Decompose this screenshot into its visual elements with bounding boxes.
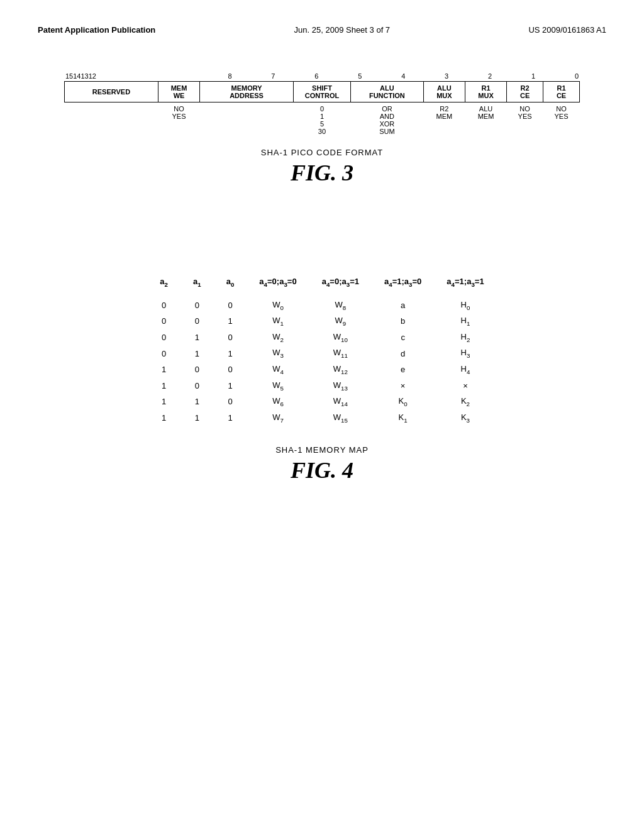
fig4-section: a2 a1 a0 a4=0;a3=0 a4=0;a3=1 a4=1;a3=0 a… <box>38 274 606 484</box>
table-cell: 1 <box>180 346 214 361</box>
cell-reserved-empty <box>65 102 158 138</box>
table-cell: W10 <box>309 330 372 345</box>
table-cell: W3 <box>247 346 309 361</box>
bit-space <box>96 72 228 80</box>
table-cell: 0 <box>214 298 247 313</box>
cell-reserved: RESERVED <box>65 82 158 102</box>
cell-r2-ce-vals: NOYES <box>507 102 543 138</box>
table-cell: 0 <box>180 298 214 313</box>
table-cell: W4 <box>247 362 309 377</box>
bit-space3 <box>275 72 314 80</box>
table-cell: H4 <box>434 362 496 377</box>
table-cell: 0 <box>180 379 214 394</box>
page: Patent Application Publication Jun. 25, … <box>0 0 644 830</box>
cell-alu-func-vals: ORANDXORSUM <box>350 102 423 138</box>
bit-14: 14 <box>73 72 80 80</box>
bit-space6 <box>405 72 445 80</box>
table-cell: 0 <box>147 330 180 345</box>
table-cell: 1 <box>214 379 247 394</box>
table-cell: a <box>372 298 434 313</box>
table-cell: 0 <box>147 346 180 361</box>
cell-r1-mux-vals: ALUMEM <box>465 102 506 138</box>
cell-mem-we: MEMWE <box>158 82 199 102</box>
table-cell: 1 <box>180 411 214 426</box>
format-row-2: NOYES 01530 ORANDXORSUM R2MEM ALUMEM NOY… <box>65 102 580 138</box>
col-a1: a1 <box>180 274 214 293</box>
table-cell: 1 <box>147 379 180 394</box>
table-row: 010W2W10cH2 <box>147 330 496 345</box>
table-cell: 1 <box>180 330 214 345</box>
cell-mem-we-vals: NOYES <box>158 102 199 138</box>
table-cell: K2 <box>434 394 496 409</box>
cell-alu-mux-vals: R2MEM <box>423 102 465 138</box>
table-cell: 0 <box>180 362 214 377</box>
table-cell: W8 <box>309 298 372 313</box>
table-row: 000W0W8aH0 <box>147 298 496 313</box>
cell-alu-function: ALUFUNCTION <box>350 82 423 102</box>
table-cell: W11 <box>309 346 372 361</box>
table-row: 101W5W13×× <box>147 379 496 394</box>
table-cell: W7 <box>247 411 309 426</box>
cell-r2-ce: R2CE <box>507 82 543 102</box>
cell-r1-mux: R1MUX <box>465 82 506 102</box>
table-cell: 0 <box>214 362 247 377</box>
table-cell: W6 <box>247 394 309 409</box>
table-cell: W12 <box>309 362 372 377</box>
cell-shift-vals: 01530 <box>293 102 350 138</box>
col-cond2: a4=0;a3=1 <box>309 274 372 293</box>
table-row: 111W7W15K1K3 <box>147 411 496 426</box>
memory-map-header-row: a2 a1 a0 a4=0;a3=0 a4=0;a3=1 a4=1;a3=0 a… <box>147 274 496 293</box>
table-cell: W9 <box>309 314 372 329</box>
header-publication: Patent Application Publication <box>38 25 155 35</box>
bit-space7 <box>448 72 488 80</box>
table-cell: W5 <box>247 379 309 394</box>
bit-12: 12 <box>89 72 96 80</box>
bit-space4 <box>318 72 358 80</box>
table-row: 011W3W11dH3 <box>147 346 496 361</box>
cell-alu-mux: ALUMUX <box>423 82 465 102</box>
bit-space8 <box>492 72 531 80</box>
table-cell: H3 <box>434 346 496 361</box>
bit-space5 <box>362 72 401 80</box>
table-cell: W2 <box>247 330 309 345</box>
table-cell: c <box>372 330 434 345</box>
cell-r1-ce-vals: NOYES <box>543 102 580 138</box>
fig3-section: 15 14 13 12 8 7 6 5 4 3 2 1 <box>38 72 606 186</box>
col-cond1: a4=0;a3=0 <box>247 274 309 293</box>
table-cell: 1 <box>180 394 214 409</box>
memory-map-body: 000W0W8aH0001W1W9bH1010W2W10cH2011W3W11d… <box>147 293 496 426</box>
table-cell: 1 <box>214 314 247 329</box>
col-cond3: a4=1;a3=0 <box>372 274 434 293</box>
table-cell: K0 <box>372 394 434 409</box>
fig4-caption: SHA-1 MEMORY MAP <box>38 445 606 455</box>
table-cell: 1 <box>147 362 180 377</box>
col-cond4: a4=1;a3=1 <box>434 274 496 293</box>
bit-13: 13 <box>81 72 89 80</box>
table-cell: H2 <box>434 330 496 345</box>
table-cell: b <box>372 314 434 329</box>
table-cell: 1 <box>147 411 180 426</box>
table-cell: 0 <box>147 314 180 329</box>
table-cell: × <box>372 379 434 394</box>
table-cell: 0 <box>180 314 214 329</box>
table-cell: W14 <box>309 394 372 409</box>
format-table: RESERVED MEMWE MEMORYADDRESS SHIFTCONTRO… <box>64 81 580 138</box>
table-cell: 0 <box>147 298 180 313</box>
table-cell: W1 <box>247 314 309 329</box>
bit-15: 15 <box>65 72 73 80</box>
table-cell: d <box>372 346 434 361</box>
table-row: 110W6W14K0K2 <box>147 394 496 409</box>
table-cell: H1 <box>434 314 496 329</box>
fig3-title: FIG. 3 <box>38 160 606 186</box>
bit-space9 <box>535 72 575 80</box>
table-cell: W13 <box>309 379 372 394</box>
table-cell: W15 <box>309 411 372 426</box>
col-a2: a2 <box>147 274 180 293</box>
cell-addr-empty <box>200 102 294 138</box>
table-cell: K3 <box>434 411 496 426</box>
cell-shift-control: SHIFTCONTROL <box>293 82 350 102</box>
col-a0: a0 <box>214 274 247 293</box>
header-patent: US 2009/0161863 A1 <box>528 25 606 35</box>
table-cell: 1 <box>214 346 247 361</box>
bit-0: 0 <box>575 72 579 80</box>
